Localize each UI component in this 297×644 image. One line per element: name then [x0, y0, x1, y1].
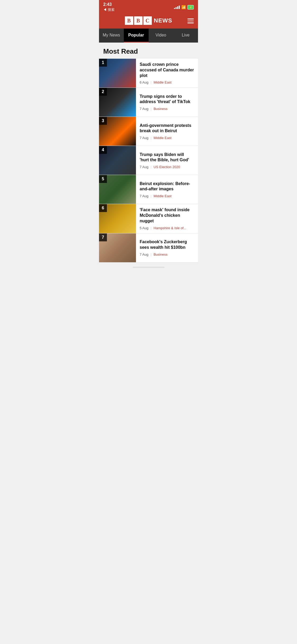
- news-item-content: 'Face mask' found inside McDonald's chic…: [136, 204, 198, 233]
- news-item[interactable]: 4 Trump says Biden will 'hurt the Bible,…: [99, 146, 198, 175]
- meta-divider: |: [150, 194, 151, 198]
- news-item-meta: 7 Aug | Middle East: [140, 136, 194, 140]
- news-item-image: 2: [99, 88, 136, 117]
- bbc-c: C: [143, 16, 152, 25]
- signal-icon: [174, 6, 180, 9]
- bbc-b2: B: [134, 16, 143, 25]
- news-rank: 7: [99, 233, 107, 241]
- status-left: 2:43 ◀ 搜索: [103, 2, 115, 12]
- news-item-category[interactable]: Hampshire & Isle of...: [154, 226, 186, 230]
- news-item-date: 7 Aug: [140, 136, 148, 140]
- news-rank: 4: [99, 146, 107, 154]
- tab-live[interactable]: Live: [173, 29, 198, 43]
- meta-divider: |: [150, 136, 151, 140]
- news-rank: 6: [99, 204, 107, 212]
- meta-divider: |: [150, 165, 151, 169]
- news-item-content: Beirut explosion: Before-and-after image…: [136, 175, 198, 204]
- meta-divider: |: [150, 107, 151, 111]
- news-item-category[interactable]: Business: [154, 252, 168, 256]
- nav-tabs: My News Popular Video Live: [99, 29, 198, 43]
- news-item-category[interactable]: US Election 2020: [154, 165, 180, 169]
- news-item-date: 6 Aug: [140, 80, 148, 84]
- bottom-bar: [133, 267, 164, 268]
- news-item-title: Anti-government protests break out in Be…: [140, 123, 194, 134]
- news-item-category[interactable]: Middle East: [154, 80, 172, 84]
- news-item-content: Facebook's Zuckerberg sees wealth hit $1…: [136, 233, 198, 262]
- news-list: 1 Saudi crown prince accused of Canada m…: [99, 59, 198, 263]
- news-item-title: Facebook's Zuckerberg sees wealth hit $1…: [140, 239, 194, 250]
- news-item-title: Trump says Biden will 'hurt the Bible, h…: [140, 152, 194, 163]
- tab-video[interactable]: Video: [149, 29, 173, 43]
- bbc-logo: B B C NEWS: [125, 16, 172, 25]
- hamburger-menu[interactable]: [187, 19, 194, 23]
- news-item-category[interactable]: Middle East: [154, 194, 172, 198]
- news-rank: 5: [99, 175, 107, 183]
- news-item-meta: 7 Aug | Middle East: [140, 194, 194, 198]
- news-rank: 3: [99, 117, 107, 125]
- news-item-meta: 7 Aug | Business: [140, 107, 194, 111]
- wifi-icon: 📶: [181, 5, 186, 9]
- hamburger-line-1: [187, 19, 194, 19]
- news-item-date: 7 Aug: [140, 252, 148, 256]
- news-item-title: Beirut explosion: Before-and-after image…: [140, 181, 194, 192]
- status-bar: 2:43 ◀ 搜索 📶 ⚡: [99, 0, 198, 13]
- news-item-meta: 7 Aug | US Election 2020: [140, 165, 194, 169]
- section-title: Most Read: [99, 43, 198, 59]
- bbc-b1: B: [125, 16, 133, 25]
- news-item[interactable]: 2 Trump signs order to address 'threat' …: [99, 88, 198, 117]
- news-item[interactable]: 3 Anti-government protests break out in …: [99, 117, 198, 146]
- news-rank: 1: [99, 59, 107, 67]
- news-item-content: Trump says Biden will 'hurt the Bible, h…: [136, 146, 198, 175]
- news-item-date: 7 Aug: [140, 165, 148, 169]
- news-item-image: 3: [99, 117, 136, 146]
- news-item-date: 7 Aug: [140, 107, 148, 111]
- news-item-meta: 5 Aug | Hampshire & Isle of...: [140, 226, 194, 230]
- news-item-image: 7: [99, 233, 136, 262]
- scroll-indicator: [99, 263, 198, 272]
- back-button[interactable]: ◀ 搜索: [103, 7, 115, 12]
- tab-popular[interactable]: Popular: [124, 29, 149, 43]
- news-item-title: Trump signs order to address 'threat' of…: [140, 94, 194, 105]
- news-item-content: Anti-government protests break out in Be…: [136, 117, 198, 146]
- news-item-meta: 7 Aug | Business: [140, 252, 194, 256]
- news-item-category[interactable]: Business: [154, 107, 168, 111]
- meta-divider: |: [150, 80, 151, 84]
- news-item-title: Saudi crown prince accused of Canada mur…: [140, 62, 194, 78]
- news-item-image: 4: [99, 146, 136, 175]
- news-item[interactable]: 5 Beirut explosion: Before-and-after ima…: [99, 175, 198, 204]
- news-item-image: 5: [99, 175, 136, 204]
- meta-divider: |: [150, 226, 151, 230]
- news-item-content: Trump signs order to address 'threat' of…: [136, 88, 198, 117]
- app-header: B B C NEWS: [99, 13, 198, 29]
- news-item[interactable]: 7 Facebook's Zuckerberg sees wealth hit …: [99, 233, 198, 263]
- news-label: NEWS: [154, 17, 172, 24]
- news-item-category[interactable]: Middle East: [154, 136, 172, 140]
- news-item[interactable]: 6 'Face mask' found inside McDonald's ch…: [99, 204, 198, 233]
- news-item-meta: 6 Aug | Middle East: [140, 80, 194, 84]
- news-item-date: 5 Aug: [140, 226, 148, 230]
- tab-my-news[interactable]: My News: [99, 29, 124, 43]
- battery-icon: ⚡: [187, 5, 194, 10]
- main-content: Most Read 1 Saudi crown prince accused o…: [99, 43, 198, 272]
- news-item-date: 7 Aug: [140, 194, 148, 198]
- hamburger-line-2: [187, 21, 194, 21]
- news-rank: 2: [99, 88, 107, 96]
- news-item-image: 6: [99, 204, 136, 233]
- bbc-boxes: B B C: [125, 16, 152, 25]
- hamburger-line-3: [187, 22, 194, 23]
- news-item-content: Saudi crown prince accused of Canada mur…: [136, 59, 198, 88]
- meta-divider: |: [150, 252, 151, 256]
- status-time: 2:43: [103, 2, 115, 7]
- news-item-title: 'Face mask' found inside McDonald's chic…: [140, 207, 194, 224]
- news-item[interactable]: 1 Saudi crown prince accused of Canada m…: [99, 59, 198, 88]
- news-item-image: 1: [99, 59, 136, 88]
- status-icons: 📶 ⚡: [174, 5, 194, 10]
